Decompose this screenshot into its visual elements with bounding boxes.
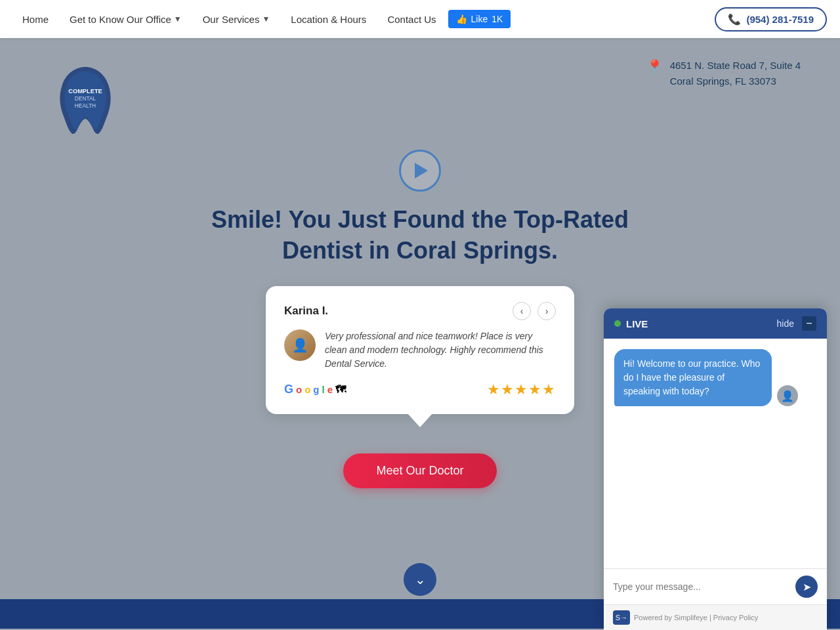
live-label: LIVE	[626, 318, 648, 329]
hero-headline: Smile! You Just Found the Top-Rated Dent…	[211, 205, 629, 266]
logo-image: COMPLETE DENTAL HEALTH	[39, 58, 131, 143]
reviewer-avatar: 👤	[284, 329, 316, 361]
google-g-letter: G	[284, 383, 293, 396]
navbar: Home Get to Know Our Office ▼ Our Servic…	[0, 0, 840, 38]
chat-welcome-message: Hi! Welcome to our practice. Who do I ha…	[614, 349, 772, 406]
nav-home-label: Home	[22, 14, 49, 25]
review-next-button[interactable]: ›	[537, 302, 556, 320]
star-rating: ★★★★★	[487, 381, 556, 398]
nav-contact-us-label: Contact Us	[387, 14, 436, 25]
meet-doctor-button[interactable]: Meet Our Doctor	[343, 453, 496, 488]
reviewer-name: Karina I.	[284, 304, 328, 318]
meet-doctor-label: Meet Our Doctor	[376, 464, 463, 477]
live-dot	[614, 320, 621, 327]
scroll-down-area: ⌄	[404, 563, 436, 596]
phone-button[interactable]: 📞 (954) 281-7519	[715, 7, 827, 32]
map-pin-icon: 📍	[646, 59, 663, 76]
powered-by-text: Powered by Simplifeye | Privacy Policy	[634, 614, 758, 621]
nav-get-to-know-label: Get to Know Our Office	[70, 14, 171, 25]
play-triangle-icon	[415, 163, 428, 178]
review-text: Very professional and nice teamwork! Pla…	[325, 329, 556, 371]
nav-get-to-know[interactable]: Get to Know Our Office ▼	[60, 9, 191, 30]
headline-line2: Dentist in Coral Springs.	[282, 237, 558, 264]
review-body: 👤 Very professional and nice teamwork! P…	[284, 329, 556, 371]
phone-number: (954) 281-7519	[746, 14, 814, 25]
svg-text:COMPLETE: COMPLETE	[68, 88, 102, 94]
chat-hide-button[interactable]: hide	[777, 318, 794, 329]
nav-contact-us[interactable]: Contact Us	[378, 9, 445, 30]
video-play-button[interactable]	[399, 150, 441, 192]
hide-label: hide	[777, 318, 794, 329]
facebook-like-button[interactable]: 👍 Like 1K	[448, 10, 511, 28]
chat-messages: Hi! Welcome to our practice. Who do I ha…	[604, 339, 827, 568]
chat-header: LIVE hide −	[604, 308, 827, 339]
chat-widget: LIVE hide − Hi! Welcome to our practice.…	[604, 308, 827, 630]
chevron-down-icon: ⌄	[415, 572, 426, 587]
simplifeye-icon: S→	[613, 610, 630, 625]
address-text: 4651 N. State Road 7, Suite 4 Coral Spri…	[670, 58, 801, 89]
send-icon: ➤	[803, 581, 811, 593]
review-header: Karina I. ‹ ›	[284, 302, 556, 320]
chat-message-input[interactable]	[613, 581, 790, 592]
play-button-area	[399, 150, 441, 192]
thumbs-up-icon: 👍	[456, 14, 467, 24]
svg-text:DENTAL: DENTAL	[75, 95, 96, 102]
nav-location-hours-label: Location & Hours	[291, 14, 366, 25]
review-prev-button[interactable]: ‹	[513, 302, 531, 320]
svg-text:HEALTH: HEALTH	[75, 102, 96, 109]
google-logo: Google 🗺	[284, 383, 346, 396]
address-area: 📍 4651 N. State Road 7, Suite 4 Coral Sp…	[646, 58, 801, 89]
review-navigation: ‹ ›	[513, 302, 556, 320]
address-line2: Coral Springs, FL 33073	[670, 74, 801, 89]
logo: COMPLETE DENTAL HEALTH	[39, 58, 131, 146]
review-card: Karina I. ‹ › 👤 Very professional and ni…	[266, 286, 574, 414]
chevron-down-icon: ▼	[262, 14, 270, 24]
fb-like-count: 1K	[492, 14, 503, 24]
fb-like-label: Like	[471, 14, 488, 24]
live-indicator: LIVE	[614, 318, 648, 329]
nav-location-hours[interactable]: Location & Hours	[282, 9, 375, 30]
chat-header-actions: hide −	[777, 316, 816, 331]
chat-minimize-button[interactable]: −	[802, 316, 816, 331]
headline-line1: Smile! You Just Found the Top-Rated	[211, 206, 629, 233]
nav-home[interactable]: Home	[13, 9, 58, 30]
review-footer: Google 🗺 ★★★★★	[284, 381, 556, 398]
chat-message-row: Hi! Welcome to our practice. Who do I ha…	[614, 349, 816, 406]
chat-agent-avatar: 👤	[777, 385, 798, 406]
google-maps-icon: 🗺	[335, 384, 346, 396]
address-line1: 4651 N. State Road 7, Suite 4	[670, 58, 801, 74]
chevron-down-icon: ▼	[174, 14, 182, 24]
phone-icon: 📞	[728, 13, 741, 26]
chat-footer: S→ Powered by Simplifeye | Privacy Polic…	[604, 604, 827, 630]
minus-icon: −	[806, 318, 812, 329]
nav-links: Home Get to Know Our Office ▼ Our Servic…	[13, 9, 704, 30]
chat-send-button[interactable]: ➤	[795, 576, 818, 598]
nav-our-services-label: Our Services	[203, 14, 260, 25]
nav-our-services[interactable]: Our Services ▼	[194, 9, 280, 30]
scroll-down-button[interactable]: ⌄	[404, 563, 436, 596]
chat-input-area: ➤	[604, 568, 827, 604]
